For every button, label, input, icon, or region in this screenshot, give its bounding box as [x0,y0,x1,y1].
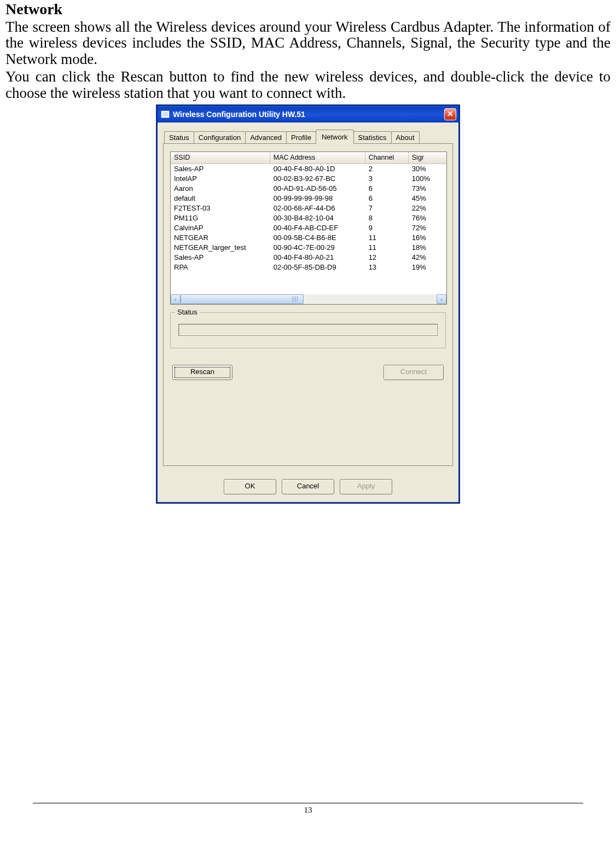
tab-panel-network: SSID MAC Address Channel Sigr Sales-AP00… [163,143,453,466]
cell: F2TEST-03 [171,203,270,213]
col-ssid[interactable]: SSID [171,152,270,164]
cell: 00-40-F4-AB-CD-EF [270,223,365,233]
cell: 00-AD-91-AD-56-05 [270,184,365,194]
table-row[interactable]: CalvinAP00-40-F4-AB-CD-EF972% [171,223,446,233]
cell: 16% [409,233,446,243]
cell: NETGEAR [171,233,270,243]
cell: 02-00-5F-85-DB-D9 [270,263,365,272]
table-row[interactable]: default00-99-99-99-99-98645% [171,194,446,203]
table-row[interactable]: NETGEAR00-09-5B-C4-B6-8E1116% [171,233,446,243]
tab-profile[interactable]: Profile [286,131,316,143]
cell: 13 [365,263,409,272]
cell: default [171,194,270,203]
cell: Sales-AP [171,164,270,174]
cell: 2 [365,164,409,174]
scroll-right-button[interactable]: › [437,294,446,304]
cell: 00-40-F4-80-A0-1D [270,164,365,174]
scroll-track[interactable] [181,294,437,304]
table-row[interactable]: Sales-AP00-40-F4-80-A0-1D230% [171,164,446,174]
section-heading: Network [5,1,611,18]
intro-paragraph-1: The screen shows all the Wireless device… [5,19,611,68]
cell: 6 [365,194,409,203]
network-list[interactable]: SSID MAC Address Channel Sigr Sales-AP00… [170,151,447,305]
cell: Aaron [171,184,270,194]
ok-button[interactable]: OK [224,479,276,494]
cell: 9 [365,223,409,233]
scroll-left-button[interactable]: ‹ [171,294,181,304]
rescan-button[interactable]: Rescan [172,365,233,380]
col-signal[interactable]: Sigr [409,152,446,164]
cell: 73% [409,184,446,194]
cell: 00-40-F4-80-A0-21 [270,253,365,263]
cell: 76% [409,213,446,223]
table-row[interactable]: NETGEAR_larger_test00-90-4C-7E-00-291118… [171,243,446,253]
cell: 00-99-99-99-99-98 [270,194,365,203]
cell: 18% [409,243,446,253]
wireless-config-dialog: Wireless Configuration Utility HW.51 ✕ S… [156,104,460,504]
dialog-button-row: OK Cancel Apply [158,473,458,502]
cell: 22% [409,203,446,213]
list-header: SSID MAC Address Channel Sigr [171,152,446,164]
connect-button: Connect [383,365,444,380]
cell: 45% [409,194,446,203]
apply-button: Apply [340,479,392,494]
table-row[interactable]: Sales-AP00-40-F4-80-A0-211242% [171,253,446,263]
tab-network[interactable]: Network [316,130,354,144]
close-button[interactable]: ✕ [444,108,456,120]
cell: IntelAP [171,174,270,184]
scroll-thumb[interactable] [181,294,304,304]
cell: RPA [171,263,270,272]
cell: 100% [409,174,446,184]
tab-advanced[interactable]: Advanced [245,131,287,143]
table-row[interactable]: RPA02-00-5F-85-DB-D91319% [171,263,446,272]
cell: 00-09-5B-C4-B6-8E [270,233,365,243]
cell: 72% [409,223,446,233]
cell: 6 [365,184,409,194]
horizontal-scrollbar[interactable]: ‹ › [171,294,446,304]
app-icon [161,110,170,118]
cell: CalvinAP [171,223,270,233]
tabstrip: Status Configuration Advanced Profile Ne… [163,129,453,143]
window-title: Wireless Configuration Utility HW.51 [173,110,444,119]
col-mac[interactable]: MAC Address [270,152,365,164]
cell: 42% [409,253,446,263]
cell: 12 [365,253,409,263]
cell: 11 [365,233,409,243]
cell: 3 [365,174,409,184]
cell: PM11G [171,213,270,223]
list-rows: Sales-AP00-40-F4-80-A0-1D230%IntelAP00-0… [171,164,446,294]
tab-status[interactable]: Status [164,131,194,143]
cell: 00-90-4C-7E-00-29 [270,243,365,253]
tab-about[interactable]: About [391,131,420,143]
table-row[interactable]: Aaron00-AD-91-AD-56-05673% [171,184,446,194]
cell: Sales-AP [171,253,270,263]
cell: 19% [409,263,446,272]
titlebar[interactable]: Wireless Configuration Utility HW.51 ✕ [158,106,458,123]
cell: 7 [365,203,409,213]
page-number: 13 [33,803,583,815]
cancel-button[interactable]: Cancel [282,479,334,494]
cell: 00-30-B4-82-10-04 [270,213,365,223]
cell: 8 [365,213,409,223]
tab-configuration[interactable]: Configuration [194,131,246,143]
table-row[interactable]: F2TEST-0302-00-68-AF-44-D6722% [171,203,446,213]
intro-paragraph-2: You can click the Rescan button to find … [5,69,611,101]
cell: NETGEAR_larger_test [171,243,270,253]
col-channel[interactable]: Channel [365,152,409,164]
cell: 11 [365,243,409,253]
status-groupbox: Status [170,312,446,348]
cell: 00-02-B3-92-67-BC [270,174,365,184]
status-field [178,324,438,336]
table-row[interactable]: IntelAP00-02-B3-92-67-BC3100% [171,174,446,184]
cell: 30% [409,164,446,174]
table-row[interactable]: PM11G00-30-B4-82-10-04876% [171,213,446,223]
status-legend: Status [175,308,200,316]
cell: 02-00-68-AF-44-D6 [270,203,365,213]
tab-statistics[interactable]: Statistics [353,131,392,143]
